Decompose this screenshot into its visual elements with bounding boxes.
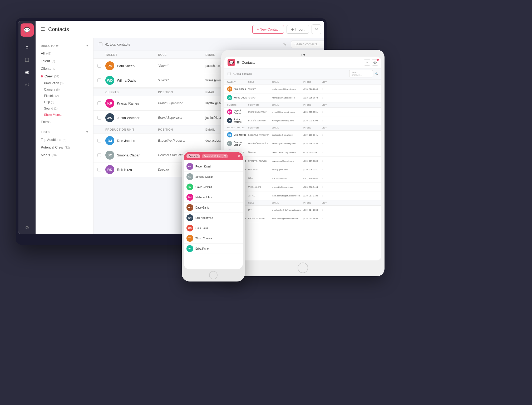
tablet-list-icon[interactable]: ≡ <box>322 194 330 197</box>
row-checkbox[interactable] <box>97 64 101 68</box>
phone-list-item-thom-couture[interactable]: TC Thom Couture <box>184 233 243 244</box>
sidebar-sub-camera[interactable]: Camera (8) <box>36 86 93 93</box>
row-checkbox[interactable] <box>97 78 101 82</box>
tablet-row-thom-couture[interactable]: TC Thom Couture 1st AD thom.couture@stud… <box>224 191 381 200</box>
nav-home[interactable]: ⌂ <box>22 42 32 52</box>
tablet-table-row[interactable]: PS Paul Sheen "Stuart" paulsheen18@gmail… <box>224 85 381 93</box>
contact-name: Krystal Raines <box>117 101 139 105</box>
tablet-list-icon[interactable]: ≡ <box>322 88 330 91</box>
contact-position: Executive Producer <box>158 139 205 142</box>
tablet-table-row[interactable]: KR Krystal Raines Brand Supervisor kryst… <box>224 108 381 116</box>
tablet-avatar: DJ <box>227 132 232 137</box>
nav-settings[interactable]: ⚙ <box>22 223 32 233</box>
tablet-notifications-btn[interactable]: 💬 <box>372 59 378 66</box>
phone-tab-contacts[interactable]: Contacts <box>186 154 200 158</box>
row-checkbox[interactable] <box>97 139 101 142</box>
tablet-list-icon[interactable]: ≡ <box>322 151 330 154</box>
row-checkbox[interactable] <box>97 153 101 157</box>
row-checkbox[interactable] <box>97 101 101 105</box>
tablet-edit-btn[interactable]: ✎ <box>364 59 370 66</box>
tablet-row-erika-fisher[interactable]: EF Erika Fisher B Cam Operator erika.fis… <box>224 214 381 223</box>
sidebar-sub-grip[interactable]: Grip (3) <box>36 99 93 105</box>
tablet-search[interactable]: Search contacts... <box>349 70 373 77</box>
tablet-table-row[interactable]: EP Edward Philbanks DP e.philbanks@defin… <box>224 206 381 214</box>
phone-avatar: SC <box>186 173 193 180</box>
tablet-list-icon[interactable]: ≡ <box>322 209 330 211</box>
tablet-list-icon[interactable]: ≡ <box>322 217 330 220</box>
talent-col-name: TALENT <box>105 53 158 56</box>
phone-list-item[interactable]: RK Robert Kirazi <box>184 161 243 172</box>
contact-name: Justin Watcher <box>117 116 140 120</box>
tablet-table-row[interactable]: SC Simona Clapan Head of Production simo… <box>224 139 381 148</box>
phone-list-item[interactable]: EH Erik Hoberman <box>184 213 243 223</box>
tablet-table-row[interactable]: JW Justin Watcher Brand Supervisor justi… <box>224 116 381 125</box>
tablet-select-all[interactable] <box>228 72 231 75</box>
tablet-table-row[interactable]: WD Wilma Davis "Claire" wilma@wilmaddavi… <box>224 93 381 102</box>
nav-contacts[interactable]: ◉ <box>22 67 32 77</box>
sidebar-item-clients[interactable]: Clients (2) <box>36 65 93 72</box>
tablet-list-icon[interactable]: ≡ <box>322 177 330 180</box>
row-checkbox[interactable] <box>97 116 101 120</box>
phone-list-item-erika-fisher[interactable]: EF Erika Fisher <box>184 244 243 254</box>
sidebar-item-all[interactable]: All (41) <box>36 50 93 57</box>
tablet-table-row[interactable]: DJ Dee Jacobs Executive Producer deejaco… <box>224 131 381 139</box>
sidebar-item-extras[interactable]: Extras <box>36 118 93 126</box>
avatar: RK <box>105 165 114 174</box>
tablet-list-icon[interactable]: ≡ <box>322 186 330 189</box>
tablet-list-icon[interactable]: ≡ <box>322 160 330 162</box>
tablet-list-icon[interactable]: ≡ <box>322 134 330 136</box>
sidebar-item-crew[interactable]: Crew (37) <box>36 72 93 80</box>
phone-list-item[interactable]: MJ Melinda Johns <box>184 192 243 203</box>
tablet-list-icon[interactable]: ≡ <box>322 111 330 113</box>
phone-close-btn[interactable]: ✕ <box>238 154 240 158</box>
select-all-checkbox[interactable] <box>99 42 102 46</box>
tablet-search-icon[interactable]: 🔍 <box>375 72 378 75</box>
phone-home-button[interactable] <box>209 271 218 279</box>
contact-name-cell: DJ Dee Jacobs <box>105 136 158 145</box>
tablet-table-row[interactable]: EH Erik Hoberman UPM erik.h@holie.com (5… <box>224 174 381 183</box>
tablet-home-button[interactable] <box>298 263 308 273</box>
contact-name-cell: JW Justin Watcher <box>105 113 158 122</box>
edit-icon[interactable]: ✎ <box>283 42 286 47</box>
tablet-list-icon[interactable]: ≡ <box>322 168 330 171</box>
tablet-table-row[interactable]: GB Gina Bailis Prod. Coord. gna.bailis@a… <box>224 183 381 191</box>
sidebar-sub-production[interactable]: Production (8) <box>36 80 93 86</box>
menu-icon[interactable]: ☰ <box>41 26 45 32</box>
phone-list-item[interactable]: SC Simona Clapan <box>184 172 243 182</box>
avatar: WD <box>105 76 114 85</box>
phone-list-item[interactable]: CJ Caleb Jenkins <box>184 182 243 192</box>
tablet-table-row[interactable]: RK Rob Kirza Director rob.kirza2007@gmai… <box>224 148 381 157</box>
notifications-button[interactable]: 💬 12 <box>324 24 324 34</box>
contact-position: Brand Supervisor <box>158 101 205 105</box>
phone-tab-writers[interactable]: Potential Writers (13) <box>202 154 228 158</box>
tablet-list-icon[interactable]: ≡ <box>322 96 330 99</box>
tablet-menu-icon[interactable]: ☰ <box>237 61 240 64</box>
nav-groups[interactable]: ⚇ <box>22 80 32 90</box>
sidebar-item-meals[interactable]: Meals (36) <box>36 151 93 159</box>
tablet-table-row[interactable]: KP Kevin Pines Creative Producer kevmpin… <box>224 157 381 165</box>
tablet-list-icon[interactable]: ≡ <box>322 142 330 145</box>
new-contact-button[interactable]: + New Contact <box>252 25 284 34</box>
tablet-dot <box>303 54 305 56</box>
sidebar-sub-show-more[interactable]: Show More.. <box>36 112 93 118</box>
tablet-table-row[interactable]: DG Dave Gantz Producer dave@ganz.com (31… <box>224 165 381 174</box>
page-title: Contacts <box>48 26 252 32</box>
sidebar-item-top-auditions[interactable]: Top Auditions (3) <box>36 136 93 144</box>
link-button[interactable]: ⚯ <box>312 24 321 34</box>
search-placeholder: Search contacts... <box>294 42 320 46</box>
import-button[interactable]: ⊙ Import <box>287 25 309 34</box>
tablet-name-cell: PS Paul Sheen <box>227 86 248 92</box>
phone-list-item[interactable]: GB Gina Bailis <box>184 223 243 233</box>
search-box: Search contacts... 🔍 <box>291 41 324 48</box>
sidebar-sub-electric[interactable]: Electric (2) <box>36 93 93 99</box>
sidebar-item-potential-crew[interactable]: Potential Crew (12) <box>36 144 93 151</box>
sidebar-sub-sound[interactable]: Sound (2) <box>36 105 93 112</box>
row-checkbox[interactable] <box>97 168 101 171</box>
app-logo[interactable]: 💬 <box>21 23 34 37</box>
sidebar-item-talent[interactable]: Talent (2) <box>36 57 93 65</box>
phone-list-item[interactable]: DG Dave Gantz <box>184 203 243 213</box>
contacts-count: 41 total contacts <box>105 42 280 46</box>
phone-list: RK Robert Kirazi SC Simona Clapan CJ Cal… <box>184 160 243 269</box>
tablet-list-icon[interactable]: ≡ <box>322 119 330 122</box>
nav-briefcase[interactable]: ◫ <box>22 54 32 65</box>
